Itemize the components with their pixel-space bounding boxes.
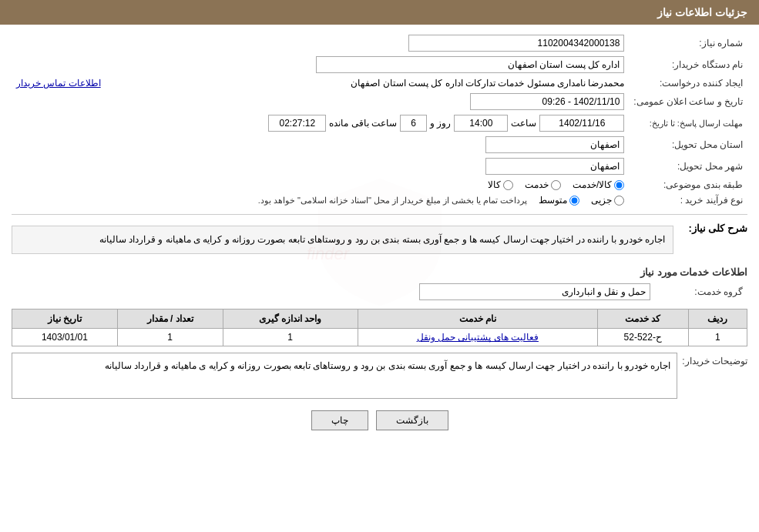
buyer-desc-label: توضیحات خریدار: [682,353,747,366]
category-cell: کالا/خدمت خدمت کالا [12,177,629,192]
reply-remaining-label: ساعت باقی مانده [329,118,397,129]
category-label-khedmat: خدمت [525,179,549,190]
province-label: استان محل تحویل: [629,134,747,156]
divider-1 [12,214,747,215]
page-title: جزئیات اطلاعات نیاز [657,6,747,18]
reply-date-input[interactable] [539,115,624,132]
need-desc-text: اجاره خودرو با راننده در اختیار جهت ارسا… [12,226,673,254]
reply-remaining-input[interactable] [268,115,326,132]
process-label-jozii: جزیی [591,195,612,206]
need-number-label: شماره نیاز: [629,32,747,54]
creator-cell: محمدرضا نامداری مسئول خدمات تدارکات ادار… [166,75,630,91]
announce-date-label: تاریخ و ساعت اعلان عمومی: [629,91,747,112]
back-button[interactable]: بازگشت [376,410,448,430]
process-label-motavasset: متوسط [539,195,567,206]
need-desc-container: اجاره خودرو با راننده در اختیار جهت ارسا… [12,219,673,260]
need-number-value [183,32,629,54]
col-header-name: نام خدمت [358,309,597,329]
services-section-title: اطلاعات خدمات مورد نیاز [12,266,747,278]
cell-date: 1403/01/01 [12,329,118,346]
reply-time-label: ساعت [511,118,536,129]
services-table: ردیف کد خدمت نام خدمت واحد اندازه گیری ت… [12,309,747,346]
need-number-input[interactable] [408,35,624,52]
cell-row-num: 1 [688,329,747,346]
city-label: شهر محل تحویل: [629,156,747,177]
cell-unit: 1 [223,329,358,346]
reply-days-label: روز و [430,118,451,129]
info-table: شماره نیاز: نام دستگاه خریدار: ایجاد کنن… [12,32,747,208]
process-label: نوع فرآیند خرید : [629,192,747,208]
reply-deadline-label: مهلت ارسال پاسخ: تا تاریخ: [629,112,747,134]
process-radio-input-jozii[interactable] [614,196,624,206]
category-radio-kala[interactable]: کالا [488,179,513,190]
service-group-label: گروه خدمت: [655,281,747,303]
page-header: جزئیات اطلاعات نیاز [0,0,759,25]
col-header-quantity: تعداد / مقدار [117,309,223,329]
buyer-desc-text: اجاره خودرو با راننده در اختیار جهت ارسا… [12,353,677,399]
cell-code: ح-522-52 [597,329,688,346]
category-radio-input-kala-khedmat[interactable] [614,180,624,190]
need-desc-section: finder شرح کلی نیاز: اجاره خودرو با رانن… [12,219,747,260]
category-radio-khedmat[interactable]: خدمت [525,179,561,190]
category-radio-input-khedmat[interactable] [551,180,561,190]
creator-label: ایجاد کننده درخواست: [629,75,747,91]
creator-value: محمدرضا نامداری مسئول خدمات تدارکات ادار… [351,78,624,89]
province-input[interactable] [485,136,624,153]
service-group-input[interactable] [419,283,650,300]
buyer-desc-container: اجاره خودرو با راننده در اختیار جهت ارسا… [12,353,677,399]
category-radio-input-kala[interactable] [503,180,513,190]
reply-time-input[interactable] [454,115,508,132]
category-radio-kala-khedmat[interactable]: کالا/خدمت [573,179,624,190]
province-cell [12,134,629,156]
category-label-kala: کالا [488,179,501,190]
reply-days-input[interactable] [400,115,427,132]
buyer-org-label: نام دستگاه خریدار: [629,54,747,75]
city-cell [12,156,629,177]
col-header-row: ردیف [688,309,747,329]
button-row: بازگشت چاپ [12,410,747,430]
process-radio-input-motavasset[interactable] [569,196,579,206]
contact-link[interactable]: اطلاعات تماس خریدار [16,78,101,89]
process-radio-motavasset[interactable]: متوسط [539,195,579,206]
service-group-table: گروه خدمت: [12,281,747,303]
print-button[interactable]: چاپ [311,410,368,430]
buyer-org-input[interactable] [316,56,624,73]
city-input[interactable] [485,158,624,175]
need-desc-label: شرح کلی نیاز: [678,223,747,234]
announce-date-input[interactable] [470,93,624,110]
process-note: پرداخت تمام یا بخشی از مبلغ خریدار از مح… [258,196,528,206]
col-header-date: تاریخ نیاز [12,309,118,329]
buyer-desc-section: توضیحات خریدار: اجاره خودرو با راننده در… [12,353,747,399]
buyer-org-cell [12,54,629,75]
cell-service-name[interactable]: فعالیت های پشتیبانی حمل ونقل [358,329,597,346]
reply-deadline-cell: ساعت روز و ساعت باقی مانده [12,112,629,134]
service-group-cell [12,281,655,303]
announce-date-cell [12,91,629,112]
process-radio-jozii[interactable]: جزیی [591,195,624,206]
col-header-code: کد خدمت [597,309,688,329]
process-cell: جزیی متوسط پرداخت تمام یا بخشی از مبلغ خ… [12,192,629,208]
col-header-unit: واحد اندازه گیری [223,309,358,329]
cell-quantity: 1 [117,329,223,346]
category-label: طبقه بندی موضوعی: [629,177,747,192]
category-label-kala-khedmat: کالا/خدمت [573,179,612,190]
table-row: 1 ح-522-52 فعالیت های پشتیبانی حمل ونقل … [12,329,747,346]
